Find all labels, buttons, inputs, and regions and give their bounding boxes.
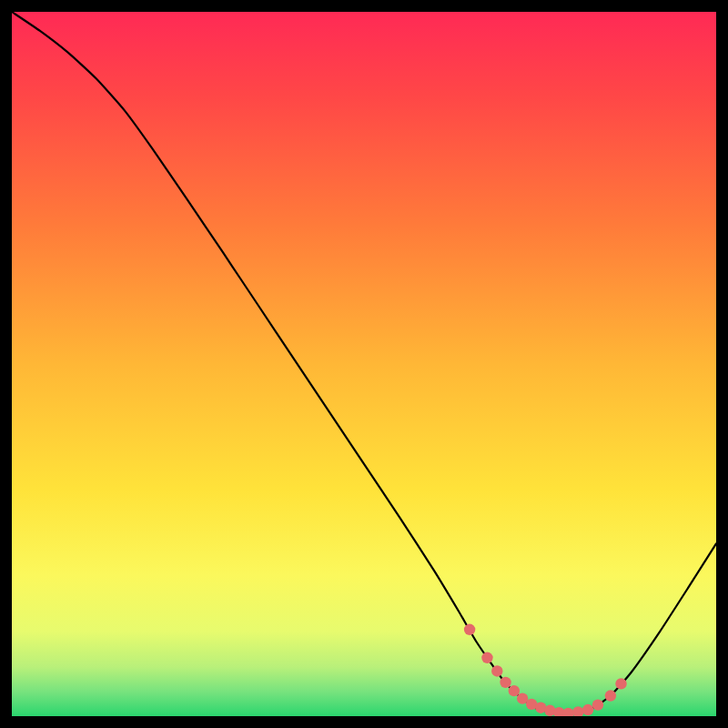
optimal-point bbox=[481, 652, 492, 663]
chart-svg bbox=[12, 12, 716, 716]
optimal-point bbox=[592, 699, 603, 710]
optimal-point bbox=[605, 690, 616, 701]
optimal-point bbox=[509, 685, 520, 696]
optimal-point bbox=[582, 704, 593, 715]
optimal-point bbox=[500, 677, 511, 688]
optimal-point bbox=[615, 678, 626, 689]
chart-background bbox=[12, 12, 716, 716]
optimal-point bbox=[491, 665, 502, 676]
optimal-point bbox=[464, 624, 475, 635]
